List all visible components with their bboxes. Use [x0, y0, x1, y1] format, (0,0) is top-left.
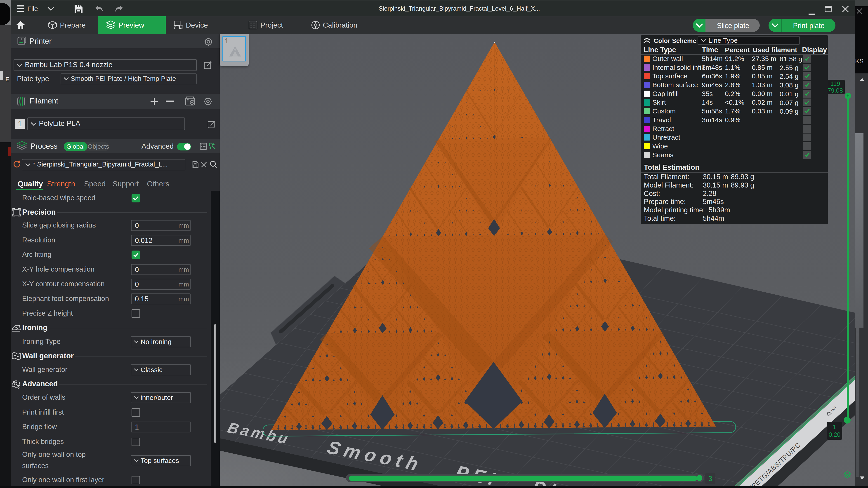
svg-text:0.20: 0.20: [829, 431, 841, 438]
svg-text:79.08: 79.08: [828, 87, 843, 94]
svg-text:1: 1: [833, 424, 836, 430]
svg-text:3: 3: [708, 475, 712, 483]
svg-text:119: 119: [830, 80, 840, 87]
